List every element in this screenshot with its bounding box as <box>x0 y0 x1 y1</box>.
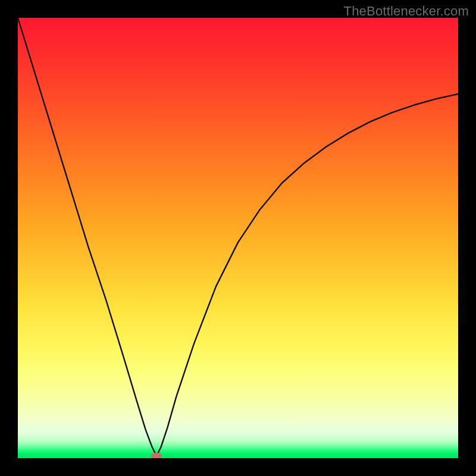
optimum-marker-dot <box>151 453 162 458</box>
bottleneck-curve <box>18 18 458 456</box>
curve-layer <box>18 18 458 458</box>
attribution-text: TheBottlenecker.com <box>344 4 469 19</box>
chart-frame: TheBottlenecker.com <box>0 0 476 476</box>
optimum-marker <box>151 453 162 458</box>
plot-area <box>18 18 458 458</box>
bottleneck-curve-path <box>18 18 458 456</box>
